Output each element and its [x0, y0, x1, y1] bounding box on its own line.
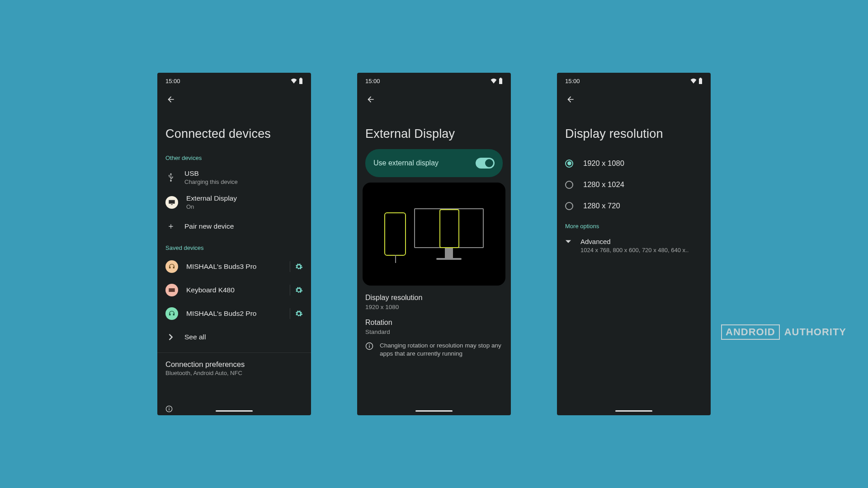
row-title: Rotation — [365, 319, 503, 327]
divider — [290, 285, 290, 296]
nav-bar[interactable] — [615, 410, 652, 412]
chevron-right-icon — [169, 334, 173, 340]
page-title: External Display — [357, 110, 511, 149]
gear-icon — [295, 263, 303, 271]
divider — [290, 308, 290, 319]
status-icons — [690, 78, 703, 84]
nav-bar[interactable] — [415, 410, 453, 412]
svg-rect-4 — [369, 346, 370, 348]
device-settings-button[interactable] — [295, 263, 303, 271]
status-icons — [491, 78, 503, 84]
gear-icon — [295, 310, 303, 318]
radio-option[interactable]: 1280 x 1024 — [557, 174, 711, 195]
clock: 15:00 — [165, 78, 180, 84]
battery-icon — [499, 78, 503, 84]
radio-option[interactable]: 1280 x 720 — [557, 195, 711, 216]
svg-rect-1 — [169, 408, 169, 411]
screen-display-resolution: 15:00 Display resolution 868 x 488 128… — [557, 73, 711, 415]
row-display-resolution[interactable]: Display resolution 868 x 488 — [357, 286, 511, 310]
svg-rect-2 — [169, 407, 169, 408]
row-saved-device[interactable]: Keyboard K480 — [157, 278, 311, 302]
back-button[interactable] — [362, 90, 380, 108]
arrow-back-icon — [366, 95, 375, 104]
warning-text: Changing rotation or resolution may stop… — [380, 342, 503, 358]
watermark-text: AUTHORITY — [784, 326, 846, 338]
radio-unselected-icon — [565, 181, 573, 189]
watermark-text: ANDROID — [721, 324, 780, 340]
page-title: Connected devices — [157, 110, 311, 153]
info-icon — [165, 405, 173, 413]
row-title: Display resolution — [365, 294, 503, 302]
row-subtitle: Standard — [365, 328, 503, 335]
row-title: Advanced — [580, 238, 689, 245]
battery-icon — [698, 78, 703, 84]
row-saved-device[interactable]: MISHAAL's Buds3 Pro — [157, 255, 311, 278]
usb-icon — [168, 173, 174, 182]
info-icon — [365, 342, 373, 350]
back-button[interactable] — [162, 90, 180, 108]
section-other-devices: Other devices — [157, 153, 311, 165]
status-icons — [291, 78, 303, 84]
row-usb[interactable]: USB Charging this device — [157, 165, 311, 190]
gear-icon — [295, 286, 303, 294]
monitor-outline-icon — [414, 208, 484, 260]
row-see-all[interactable]: See all — [157, 325, 311, 349]
svg-rect-5 — [369, 344, 370, 345]
arrow-back-icon — [166, 95, 175, 104]
row-rotation[interactable]: Rotation Standard — [357, 310, 511, 335]
divider — [290, 261, 290, 272]
warning-note: Changing rotation or resolution may stop… — [357, 335, 511, 358]
row-subtitle: 868 x 488 — [365, 304, 503, 310]
toggle-label: Use external display — [373, 159, 439, 167]
status-bar: 15:00 — [557, 73, 711, 89]
radio-label: 868 x 488 — [583, 159, 624, 168]
app-bar — [557, 89, 711, 110]
page-title: Display resolution — [557, 110, 711, 153]
headphones-icon — [168, 310, 175, 317]
clock: 15:00 — [565, 78, 580, 84]
status-bar: 15:00 — [357, 73, 511, 89]
status-bar: 15:00 — [157, 73, 311, 89]
use-external-display-toggle[interactable]: Use external display — [365, 149, 503, 177]
row-connection-preferences[interactable]: Connection preferences Bluetooth, Androi… — [157, 353, 311, 381]
battery-icon — [299, 78, 303, 84]
section-saved-devices: Saved devices — [157, 238, 311, 255]
wifi-icon — [491, 78, 497, 84]
screen-connected-devices: 15:00 Connected devices Other devices US… — [157, 73, 311, 415]
back-button[interactable] — [561, 90, 580, 108]
wifi-icon — [690, 78, 697, 84]
row-subtitle: Bluetooth, Android Auto, NFC — [165, 370, 303, 376]
monitor-icon — [168, 199, 175, 206]
app-bar — [357, 89, 511, 110]
nav-bar[interactable] — [216, 410, 253, 412]
keyboard-icon — [168, 287, 175, 293]
row-saved-device[interactable]: MISHAAL's Buds2 Pro — [157, 302, 311, 325]
section-more-options: More options — [557, 216, 711, 233]
chevron-down-icon — [565, 239, 571, 244]
plus-icon — [167, 223, 175, 230]
app-bar — [157, 89, 311, 110]
row-title: See all — [184, 333, 303, 341]
radio-selected-icon — [565, 160, 573, 168]
radio-label: 1280 x 1024 — [583, 180, 624, 189]
arrow-back-icon — [566, 95, 575, 104]
row-title: Keyboard K480 — [186, 286, 282, 294]
row-title: External Display — [186, 194, 303, 202]
row-title: MISHAAL's Buds2 Pro — [186, 310, 282, 318]
headphones-icon — [168, 263, 175, 270]
row-title: MISHAAL's Buds3 Pro — [186, 263, 282, 271]
switch-on-icon — [476, 158, 495, 169]
radio-label: 1280 x 720 — [583, 202, 620, 210]
device-settings-button[interactable] — [295, 286, 303, 294]
row-title: Connection preferences — [165, 360, 303, 369]
row-subtitle: 1024 x 768, 800 x 600, 720 x 480, 640 x.… — [580, 247, 689, 253]
row-advanced[interactable]: Advanced 1024 x 768, 800 x 600, 720 x 48… — [557, 233, 711, 258]
row-external-display[interactable]: External Display On — [157, 190, 311, 215]
row-pair-new-device[interactable]: Pair new device — [157, 215, 311, 238]
row-title: USB — [184, 169, 303, 178]
clock: 15:00 — [365, 78, 380, 84]
radio-option[interactable]: 868 x 488 — [557, 153, 711, 174]
device-settings-button[interactable] — [295, 310, 303, 318]
display-illustration — [363, 183, 505, 286]
row-title: Pair new device — [184, 222, 303, 230]
